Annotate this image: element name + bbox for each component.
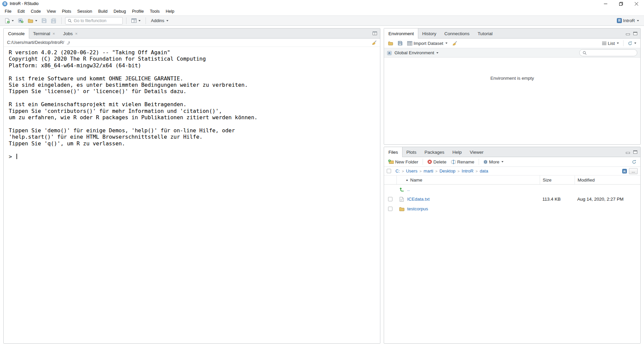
tab-console[interactable]: Console bbox=[4, 28, 29, 39]
file-link[interactable]: testcorpus bbox=[407, 206, 428, 211]
clear-console-icon[interactable] bbox=[372, 40, 377, 45]
new-project-button[interactable]: R bbox=[16, 17, 25, 24]
tab-environment[interactable]: Environment bbox=[384, 28, 418, 39]
load-workspace-icon[interactable] bbox=[386, 40, 395, 47]
column-header-modified[interactable]: Modified bbox=[575, 176, 640, 184]
maximize-pane-icon[interactable] bbox=[633, 32, 637, 35]
new-folder-button[interactable]: New Folder bbox=[386, 158, 420, 165]
menu-tools[interactable]: Tools bbox=[147, 8, 163, 15]
close-button[interactable] bbox=[629, 0, 644, 7]
workspace: ConsoleTerminal×Jobs× C:/Users/marti/Des… bbox=[0, 26, 644, 347]
minimize-pane-icon[interactable] bbox=[626, 150, 630, 154]
open-file-button[interactable] bbox=[26, 17, 39, 24]
main-toolbar: R Addins R IntroR bbox=[0, 15, 644, 26]
row-checkbox[interactable] bbox=[388, 197, 392, 201]
breadcrumb-data[interactable]: data bbox=[480, 168, 488, 174]
console-line: Copyright (C) 2020 The R Foundation for … bbox=[9, 56, 380, 62]
project-name: IntroR bbox=[623, 18, 635, 23]
menu-debug[interactable]: Debug bbox=[111, 8, 129, 15]
file-row-check-cell bbox=[384, 207, 396, 211]
file-row-parent[interactable]: .. bbox=[384, 185, 640, 194]
save-button[interactable] bbox=[40, 17, 48, 24]
select-all-checkbox[interactable] bbox=[387, 169, 391, 173]
file-link[interactable]: ICEdata.txt bbox=[407, 197, 430, 202]
tab-terminal[interactable]: Terminal× bbox=[29, 28, 59, 39]
close-tab-icon[interactable]: × bbox=[75, 31, 78, 36]
breadcrumb-desktop[interactable]: Desktop bbox=[439, 168, 455, 174]
menu-code[interactable]: Code bbox=[28, 8, 44, 15]
goto-file-search[interactable] bbox=[65, 17, 123, 24]
maximize-pane-icon[interactable] bbox=[633, 150, 637, 154]
breadcrumb-separator-icon: > bbox=[435, 169, 437, 173]
more-button[interactable]: More bbox=[482, 158, 505, 165]
import-dataset-button[interactable]: Import Dataset bbox=[406, 40, 449, 47]
row-checkbox[interactable] bbox=[388, 207, 392, 211]
tab-files[interactable]: Files bbox=[384, 147, 402, 157]
file-row-icedata-txt[interactable]: ICEdata.txt113.4 KBAug 14, 2020, 2:27 PM bbox=[384, 194, 640, 204]
file-link[interactable]: .. bbox=[407, 187, 410, 192]
svg-text:R: R bbox=[624, 169, 626, 173]
menu-profile[interactable]: Profile bbox=[129, 8, 147, 15]
menu-session[interactable]: Session bbox=[74, 8, 95, 15]
console-line: R version 4.0.2 (2020-06-22) -- "Taking … bbox=[9, 49, 380, 56]
tab-help[interactable]: Help bbox=[448, 147, 466, 157]
tab-label: Console bbox=[8, 31, 25, 36]
console-output[interactable]: R version 4.0.2 (2020-06-22) -- "Taking … bbox=[4, 47, 380, 343]
tab-viewer[interactable]: Viewer bbox=[466, 147, 488, 157]
close-tab-icon[interactable]: × bbox=[53, 31, 55, 36]
refresh-environment-button[interactable] bbox=[626, 40, 638, 47]
environment-search[interactable] bbox=[579, 49, 637, 56]
search-icon bbox=[68, 19, 72, 23]
breadcrumb-marti[interactable]: marti bbox=[424, 168, 433, 174]
console-prompt-line[interactable]: > bbox=[9, 153, 380, 160]
rename-button[interactable]: Rename bbox=[449, 158, 476, 165]
list-view-button[interactable]: List bbox=[600, 40, 621, 47]
tab-connections[interactable]: Connections bbox=[440, 28, 474, 39]
tab-packages[interactable]: Packages bbox=[421, 147, 448, 157]
project-menu-button[interactable]: R IntroR bbox=[615, 17, 641, 24]
menu-help[interactable]: Help bbox=[163, 8, 177, 15]
tab-history[interactable]: History bbox=[418, 28, 440, 39]
menu-edit[interactable]: Edit bbox=[14, 8, 28, 15]
chevron-down-icon bbox=[12, 20, 14, 21]
breadcrumb-intror[interactable]: IntroR bbox=[462, 168, 473, 174]
open-folder-icon bbox=[28, 18, 33, 23]
files-toolbar: New Folder Delete Rename More bbox=[384, 157, 640, 167]
tab-tutorial[interactable]: Tutorial bbox=[474, 28, 497, 39]
new-file-button[interactable] bbox=[3, 17, 15, 24]
refresh-files-icon[interactable] bbox=[630, 159, 638, 165]
addins-button[interactable]: Addins bbox=[149, 17, 170, 24]
chevron-down-icon bbox=[637, 20, 639, 21]
minimize-button[interactable] bbox=[598, 0, 613, 7]
save-all-button[interactable] bbox=[49, 17, 58, 24]
restore-button[interactable] bbox=[613, 0, 629, 7]
menu-view[interactable]: View bbox=[44, 8, 59, 15]
svg-text:R: R bbox=[388, 52, 391, 55]
menu-file[interactable]: File bbox=[2, 8, 14, 15]
breadcrumb-users[interactable]: Users bbox=[406, 168, 417, 174]
column-header-name[interactable]: ▲ Name bbox=[396, 176, 540, 184]
console-line: Tippen Sie 'q()', um R zu verlassen. bbox=[9, 140, 380, 147]
goto-directory-icon[interactable] bbox=[66, 41, 70, 45]
save-workspace-icon[interactable] bbox=[396, 40, 404, 47]
goto-file-input[interactable] bbox=[74, 18, 120, 23]
column-header-size[interactable]: Size bbox=[540, 176, 575, 184]
environment-scope-selector[interactable]: Global Environment bbox=[393, 50, 439, 56]
rename-label: Rename bbox=[457, 159, 474, 164]
menu-build[interactable]: Build bbox=[95, 8, 111, 15]
pane-layout-button[interactable] bbox=[130, 17, 142, 24]
working-directory[interactable]: C:/Users/marti/Desktop/IntroR/ bbox=[7, 40, 64, 45]
right-column: EnvironmentHistoryConnectionsTutorial Im… bbox=[384, 28, 641, 344]
breadcrumb-c[interactable]: C: bbox=[395, 168, 400, 174]
minimize-pane-icon[interactable] bbox=[626, 32, 630, 35]
file-row-testcorpus[interactable]: testcorpus bbox=[384, 204, 640, 214]
breadcrumb-separator-icon: > bbox=[476, 169, 478, 173]
tab-plots[interactable]: Plots bbox=[402, 147, 421, 157]
menu-plots[interactable]: Plots bbox=[59, 8, 74, 15]
tab-jobs[interactable]: Jobs× bbox=[59, 28, 82, 39]
delete-button[interactable]: Delete bbox=[426, 158, 448, 165]
maximize-pane-icon[interactable] bbox=[373, 31, 377, 35]
clear-objects-icon[interactable] bbox=[450, 40, 459, 47]
console-line bbox=[9, 147, 380, 153]
more-path-button[interactable]: ... bbox=[629, 168, 638, 174]
